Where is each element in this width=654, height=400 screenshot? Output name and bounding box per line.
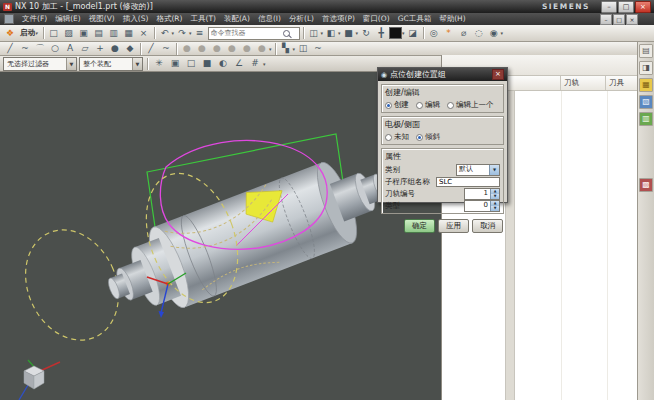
spline-icon[interactable]: ~ — [18, 42, 32, 55]
column-header-tool[interactable]: 刀具 — [606, 76, 636, 90]
spark-edit-icon[interactable]: * — [442, 27, 456, 40]
assembly-navigator-icon[interactable]: ◨ — [639, 61, 653, 75]
studio-spline-icon[interactable]: ~ — [159, 42, 173, 55]
solid-body-icon[interactable]: ● — [108, 42, 122, 55]
ok-button[interactable]: 确定 — [404, 219, 435, 233]
more-dropdown-icon[interactable]: ▾ — [269, 46, 272, 52]
radio-edit[interactable] — [416, 102, 423, 109]
redo-icon[interactable]: ↷ — [175, 27, 189, 40]
menu-window[interactable]: 窗口(O) — [359, 14, 394, 24]
background-dropdown-icon[interactable]: ▾ — [402, 30, 405, 36]
arc-icon[interactable]: ⌒ — [33, 42, 47, 55]
menu-insert[interactable]: 插入(S) — [119, 14, 153, 24]
window-layout-icon[interactable]: ◫ — [307, 27, 321, 40]
layout-dropdown-icon[interactable]: ▾ — [321, 30, 324, 36]
dialog-title-bar[interactable]: ◉ 点位创建位置组 × — [378, 68, 507, 81]
background-color-swatch[interactable] — [389, 27, 402, 39]
radio-unknown-label[interactable]: 未知 — [394, 132, 409, 142]
wave-link-icon[interactable]: ~ — [311, 42, 325, 55]
close-button[interactable]: × — [635, 1, 651, 13]
radio-edit-label[interactable]: 编辑 — [425, 100, 440, 110]
spinner-down-icon[interactable]: ▼ — [491, 194, 499, 199]
clip-section-icon[interactable]: ◪ — [406, 27, 420, 40]
operation-navigator-icon[interactable]: ▦ — [639, 78, 653, 92]
rotate-view-icon[interactable]: ↻ — [359, 27, 373, 40]
radio-inclined[interactable] — [416, 134, 423, 141]
start-menu-button[interactable]: 启动 ▾ — [18, 28, 40, 38]
more-dropdown-icon[interactable]: ▾ — [501, 30, 504, 36]
radio-edit-previous[interactable] — [447, 102, 454, 109]
nx-gateway-icon[interactable]: ❖ — [3, 27, 17, 40]
radio-create[interactable] — [385, 102, 392, 109]
snap-settings-icon[interactable]: ✳ — [152, 57, 166, 70]
save-icon[interactable]: ▣ — [77, 27, 91, 40]
reuse-library-icon[interactable]: ▥ — [639, 112, 653, 126]
toolpath-number-stepper[interactable]: 1 ▲ ▼ — [464, 188, 500, 200]
line-icon[interactable]: ╱ — [3, 42, 17, 55]
extrude-icon[interactable]: ◆ — [123, 42, 137, 55]
angle-snap-icon[interactable]: ∠ — [232, 57, 246, 70]
shaded-view-icon[interactable]: ■ — [342, 27, 356, 40]
select-edge-icon[interactable]: □ — [184, 57, 198, 70]
shaded-dropdown-icon[interactable]: ▾ — [356, 30, 359, 36]
circle-icon[interactable]: ○ — [48, 42, 62, 55]
menu-assemblies[interactable]: 装配(A) — [220, 14, 254, 24]
maximize-button[interactable]: □ — [618, 1, 634, 13]
paste-icon[interactable]: ▦ — [122, 27, 136, 40]
menu-help[interactable]: 帮助(H) — [435, 14, 470, 24]
command-finder-box[interactable] — [208, 27, 300, 40]
dialog-close-icon[interactable]: × — [492, 69, 504, 80]
radio-edit-previous-label[interactable]: 编辑上一个 — [456, 100, 494, 110]
radio-create-label[interactable]: 创建 — [394, 100, 409, 110]
pan-view-icon[interactable]: ╋ — [374, 27, 388, 40]
new-file-icon[interactable]: □ — [47, 27, 61, 40]
cancel-button[interactable]: 取消 — [472, 219, 503, 233]
column-header-toolpath[interactable]: 刀轨 — [561, 76, 606, 90]
selection-filter-dropdown[interactable]: 无选择过滤器 ▼ — [3, 57, 77, 71]
pattern-dropdown-icon[interactable]: ▾ — [293, 46, 296, 52]
datum-measure-icon[interactable]: ⌀ — [457, 27, 471, 40]
menu-analysis[interactable]: 分析(L) — [285, 14, 318, 24]
child-restore-button[interactable]: □ — [613, 14, 625, 25]
mirror-feature-icon[interactable]: ◫ — [296, 42, 310, 55]
orient-view-icon[interactable]: ◧ — [324, 27, 338, 40]
menu-tools[interactable]: 工具(T) — [186, 14, 219, 24]
type-stepper[interactable]: 0 ▲ ▼ — [464, 200, 500, 212]
view-triad-cube[interactable] — [19, 360, 60, 400]
history-palette-icon[interactable]: ▩ — [639, 178, 653, 192]
grid-snap-icon[interactable]: # — [248, 57, 262, 70]
text-icon[interactable]: A — [63, 42, 77, 55]
copy-icon[interactable]: ▥ — [107, 27, 121, 40]
undo-dropdown-icon[interactable]: ▾ — [172, 30, 175, 36]
subprogram-name-field[interactable] — [436, 177, 500, 187]
apply-button[interactable]: 应用 — [438, 219, 469, 233]
point-icon[interactable]: + — [93, 42, 107, 55]
child-minimize-button[interactable]: – — [600, 14, 612, 25]
pattern-feature-icon[interactable]: ▚ — [279, 42, 293, 55]
sketch-icon[interactable]: ╱ — [144, 42, 158, 55]
print-icon[interactable]: ▤ — [92, 27, 106, 40]
minimize-button[interactable]: – — [601, 1, 617, 13]
menu-view[interactable]: 视图(V) — [85, 14, 119, 24]
delete-icon[interactable]: × — [137, 27, 151, 40]
graphics-window[interactable] — [0, 72, 441, 400]
selection-scope-dropdown[interactable]: 整个装配 ▼ — [79, 57, 143, 71]
open-file-icon[interactable]: ▨ — [62, 27, 76, 40]
datum-plane-icon[interactable]: ▱ — [78, 42, 92, 55]
dialog-rail-icon[interactable]: ◉ — [381, 71, 387, 79]
menu-edit[interactable]: 编辑(E) — [51, 14, 85, 24]
annotation-icon[interactable]: ≡ — [193, 27, 207, 40]
system-menu-icon[interactable] — [4, 14, 14, 24]
menu-preferences[interactable]: 首选项(P) — [318, 14, 359, 24]
highlight-toggle-icon[interactable]: ◐ — [216, 57, 230, 70]
menu-information[interactable]: 信息(I) — [254, 14, 285, 24]
menu-file[interactable]: 文件(F) — [18, 14, 51, 24]
menu-gc-toolbox[interactable]: GC工具箱 — [394, 14, 436, 24]
part-navigator-icon[interactable]: ▧ — [639, 95, 653, 109]
tool-display-icon[interactable]: ◉ — [487, 27, 501, 40]
radio-unknown[interactable] — [385, 134, 392, 141]
menu-format[interactable]: 格式(R) — [152, 14, 186, 24]
magnet-snap-icon[interactable]: ◌ — [472, 27, 486, 40]
redo-dropdown-icon[interactable]: ▾ — [189, 30, 192, 36]
spinner-down-icon[interactable]: ▼ — [491, 206, 499, 211]
